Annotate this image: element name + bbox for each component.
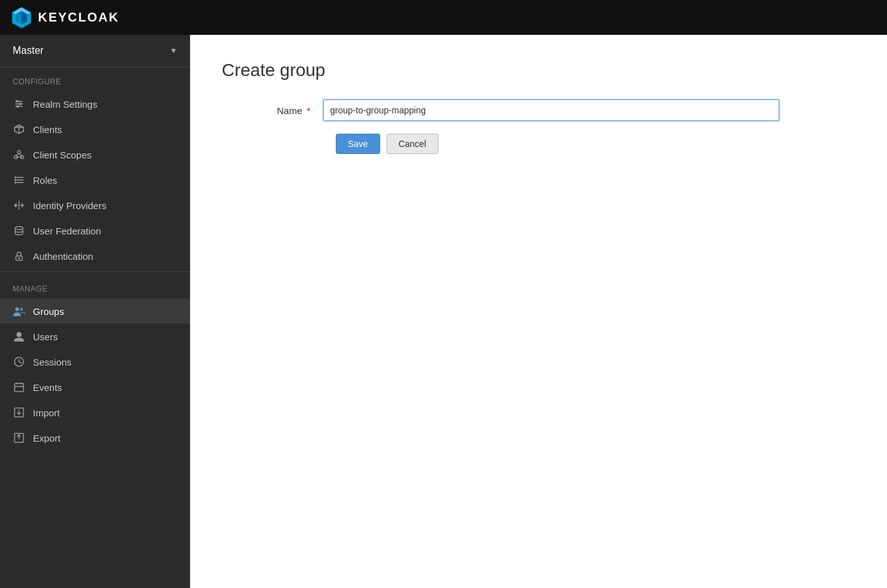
- sidebar-item-client-scopes[interactable]: Client Scopes: [0, 142, 190, 167]
- svg-line-35: [19, 362, 22, 363]
- chevron-down-icon: ▼: [170, 46, 177, 55]
- name-input[interactable]: [323, 99, 779, 121]
- topbar: KEYCLOAK: [0, 0, 887, 35]
- svg-line-16: [19, 154, 22, 156]
- save-button[interactable]: Save: [336, 134, 380, 154]
- sliders-icon: [13, 98, 25, 110]
- sidebar-item-users[interactable]: Users: [0, 324, 190, 349]
- realm-name: Master: [13, 45, 44, 56]
- svg-line-15: [16, 154, 19, 156]
- button-row: Save Cancel: [336, 134, 855, 154]
- svg-point-30: [15, 307, 19, 311]
- sidebar-item-realm-settings[interactable]: Realm Settings: [0, 91, 190, 117]
- svg-point-8: [19, 103, 22, 105]
- sidebar-item-export-label: Export: [33, 433, 60, 444]
- sidebar-item-clients[interactable]: Clients: [0, 117, 190, 142]
- arrows-icon: [13, 199, 25, 212]
- user-icon: [13, 330, 25, 343]
- svg-rect-22: [15, 179, 16, 181]
- realm-selector[interactable]: Master ▼: [0, 35, 190, 67]
- sidebar-item-groups[interactable]: Groups: [0, 298, 190, 324]
- sidebar-item-sessions[interactable]: Sessions: [0, 349, 190, 374]
- sidebar-item-import[interactable]: Import: [0, 400, 190, 425]
- clock-icon: [13, 355, 25, 368]
- svg-rect-23: [15, 182, 16, 184]
- sidebar-item-authentication[interactable]: Authentication: [0, 243, 190, 269]
- content-area: Create group Name * Save Cancel: [190, 35, 887, 588]
- svg-rect-21: [15, 177, 16, 179]
- list-icon: [13, 174, 25, 186]
- import-icon: [13, 406, 25, 419]
- sidebar-item-users-label: Users: [33, 331, 58, 342]
- sidebar-item-roles-label: Roles: [33, 175, 57, 186]
- cancel-button[interactable]: Cancel: [386, 134, 438, 154]
- sidebar-item-client-scopes-label: Client Scopes: [33, 150, 92, 160]
- svg-point-9: [16, 105, 19, 108]
- name-label: Name *: [222, 105, 323, 116]
- configure-section-label: Configure: [0, 67, 190, 91]
- cube-icon: [13, 123, 25, 136]
- sidebar-item-import-label: Import: [33, 407, 60, 418]
- sidebar: Master ▼ Configure Realm Settings: [0, 35, 190, 588]
- sidebar-divider: [0, 271, 190, 272]
- sidebar-item-identity-providers[interactable]: Identity Providers: [0, 193, 190, 218]
- sidebar-item-events-label: Events: [33, 382, 62, 393]
- sidebar-item-authentication-label: Authentication: [33, 251, 93, 262]
- required-star: *: [304, 105, 310, 116]
- main-layout: Master ▼ Configure Realm Settings: [0, 35, 887, 588]
- keycloak-logo-icon: [10, 6, 33, 29]
- svg-point-31: [20, 308, 23, 311]
- sidebar-item-sessions-label: Sessions: [33, 357, 72, 368]
- svg-point-12: [18, 151, 21, 154]
- sidebar-item-user-federation[interactable]: User Federation: [0, 218, 190, 243]
- name-form-row: Name *: [222, 99, 855, 121]
- export-icon: [13, 431, 25, 444]
- manage-section-label: Manage: [0, 274, 190, 298]
- svg-rect-36: [15, 383, 23, 392]
- sidebar-item-user-federation-label: User Federation: [33, 226, 101, 236]
- page-title: Create group: [222, 60, 855, 80]
- sidebar-item-events[interactable]: Events: [0, 374, 190, 400]
- sidebar-item-clients-label: Clients: [33, 124, 62, 135]
- lock-icon: [13, 250, 25, 262]
- svg-point-27: [15, 227, 23, 230]
- logo-text: KEYCLOAK: [38, 10, 119, 25]
- sidebar-item-groups-label: Groups: [33, 306, 64, 317]
- svg-point-7: [16, 100, 18, 103]
- calendar-icon: [13, 381, 25, 393]
- share-icon: [13, 148, 25, 161]
- logo-area: KEYCLOAK: [10, 6, 119, 29]
- users-icon: [13, 305, 25, 317]
- sidebar-item-roles[interactable]: Roles: [0, 167, 190, 193]
- svg-point-32: [16, 332, 22, 337]
- sidebar-item-realm-settings-label: Realm Settings: [33, 99, 98, 110]
- sidebar-item-export[interactable]: Export: [0, 425, 190, 451]
- sidebar-item-identity-providers-label: Identity Providers: [33, 200, 106, 211]
- database-icon: [13, 224, 25, 237]
- svg-point-29: [18, 257, 20, 259]
